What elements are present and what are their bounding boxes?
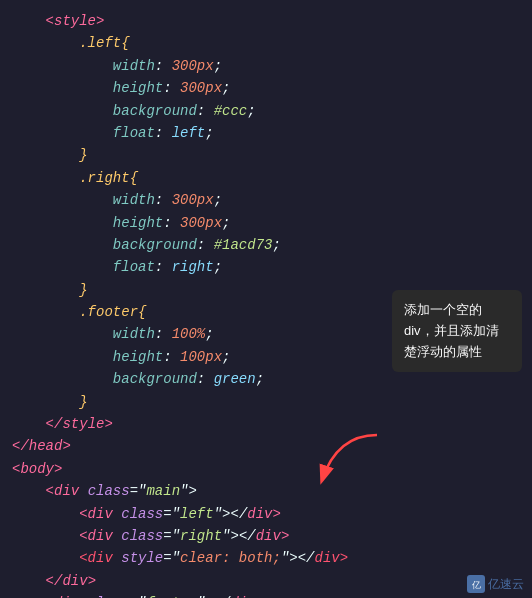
svg-text:亿: 亿 <box>471 580 481 590</box>
code-line: float: right; <box>0 256 532 278</box>
code-line: </head> <box>0 435 532 457</box>
code-line: height: 300px; <box>0 77 532 99</box>
code-line: </div> <box>0 570 532 592</box>
code-line: <div class="right"></div> <box>0 525 532 547</box>
code-line: } <box>0 144 532 166</box>
code-line: <div style="clear: both;"></div> <box>0 547 532 569</box>
tooltip-text: 添加一个空的div，并且添加清楚浮动的属性 <box>404 302 499 359</box>
code-line: height: 300px; <box>0 212 532 234</box>
code-line: } <box>0 391 532 413</box>
red-arrow-icon <box>307 430 387 494</box>
code-line: .right{ <box>0 167 532 189</box>
watermark-logo-icon: 亿 <box>467 575 485 593</box>
code-line: float: left; <box>0 122 532 144</box>
code-line: <div class="left"></div> <box>0 503 532 525</box>
code-line: <div class="main"> <box>0 480 532 502</box>
code-line: background: #ccc; <box>0 100 532 122</box>
watermark-text: 亿速云 <box>488 576 524 593</box>
code-line: </style> <box>0 413 532 435</box>
tooltip-box: 添加一个空的div，并且添加清楚浮动的属性 <box>392 290 522 372</box>
code-line: .left{ <box>0 32 532 54</box>
code-line: background: #1acd73; <box>0 234 532 256</box>
code-line: <div class="footer"></div> <box>0 592 532 598</box>
watermark: 亿 亿速云 <box>467 575 524 593</box>
code-container: <style> .left{ width: 300px; height: 300… <box>0 0 532 598</box>
code-line: <body> <box>0 458 532 480</box>
code-line: width: 300px; <box>0 189 532 211</box>
code-line: width: 300px; <box>0 55 532 77</box>
code-line: <style> <box>0 10 532 32</box>
